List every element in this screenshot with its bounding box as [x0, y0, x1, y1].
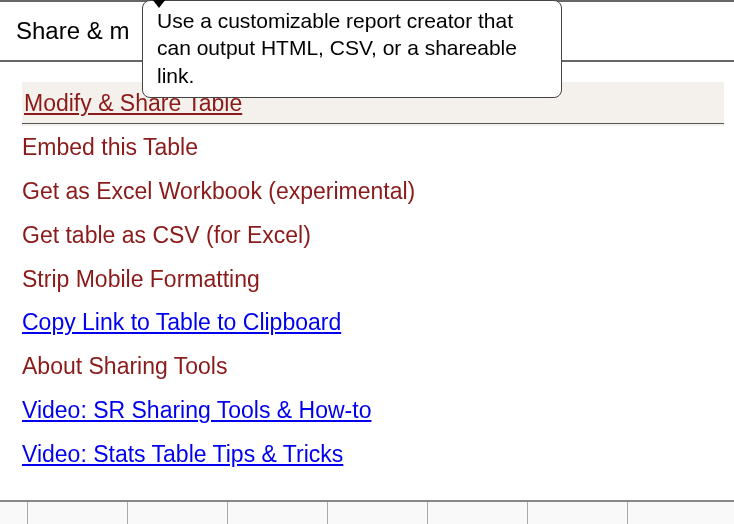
tooltip-arrow-icon	[152, 0, 166, 8]
menu-item-get-excel-workbook[interactable]: Get as Excel Workbook (experimental)	[22, 170, 724, 214]
menu-item-strip-mobile-formatting[interactable]: Strip Mobile Formatting	[22, 258, 724, 302]
menu-item-about-sharing-tools[interactable]: About Sharing Tools	[22, 345, 724, 389]
bottom-segment	[428, 502, 528, 524]
bottom-segment	[328, 502, 428, 524]
menu-item-embed-table[interactable]: Embed this Table	[22, 126, 724, 170]
header-title: Share & m	[16, 17, 129, 45]
bottom-table-header-bar	[0, 500, 734, 524]
menu-item-video-sharing-tools[interactable]: Video: SR Sharing Tools & How-to	[22, 389, 724, 433]
menu-item-get-csv[interactable]: Get table as CSV (for Excel)	[22, 214, 724, 258]
share-menu-list: Modify & Share Table Embed this Table Ge…	[22, 82, 724, 477]
menu-item-copy-link[interactable]: Copy Link to Table to Clipboard	[22, 301, 724, 345]
bottom-segment	[128, 502, 228, 524]
bottom-segment	[0, 502, 28, 524]
bottom-segment	[528, 502, 628, 524]
tooltip: Use a customizable report creator that c…	[142, 0, 562, 98]
bottom-segment	[628, 502, 734, 524]
bottom-segment	[228, 502, 328, 524]
menu-item-video-stats-table-tips[interactable]: Video: Stats Table Tips & Tricks	[22, 433, 724, 477]
bottom-segment	[28, 502, 128, 524]
tooltip-text: Use a customizable report creator that c…	[157, 9, 517, 87]
